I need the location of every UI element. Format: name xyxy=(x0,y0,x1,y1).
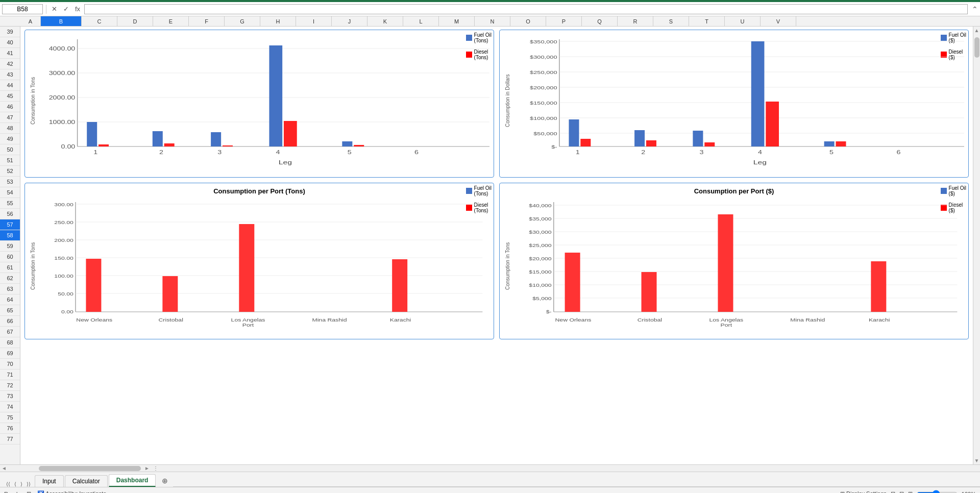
display-settings-icon: ⊞ xyxy=(840,490,845,493)
chart-leg-tons: Fuel Oil(Tons) Diesel(Tons) Consumption … xyxy=(24,30,494,178)
accessibility-btn[interactable]: ♿ Accessibility: Investigate xyxy=(37,490,107,493)
tab-nav-left-left[interactable]: ⟨⟨ xyxy=(4,481,12,487)
tab-nav-right[interactable]: ⟩ xyxy=(18,481,24,487)
svg-text:0.00: 0.00 xyxy=(61,309,74,314)
svg-text:2: 2 xyxy=(641,150,645,155)
function-icon[interactable]: fx xyxy=(73,5,82,13)
col-header-B[interactable]: B xyxy=(41,16,82,26)
col-header-H[interactable]: H xyxy=(260,16,296,26)
confirm-icon[interactable]: ✓ xyxy=(61,5,71,13)
zoom-slider[interactable] xyxy=(917,490,958,494)
tab-nav-right-right[interactable]: ⟩⟩ xyxy=(24,481,33,487)
col-header-D[interactable]: D xyxy=(117,16,153,26)
svg-text:$350,000: $350,000 xyxy=(530,39,557,44)
svg-text:Mina Rashid: Mina Rashid xyxy=(312,317,347,323)
scroll-thumb-v[interactable] xyxy=(974,37,979,58)
svg-text:1: 1 xyxy=(93,150,97,155)
sheet-tab-dashboard[interactable]: Dashboard xyxy=(109,474,156,487)
chart3-y-label: Consumption in Tons xyxy=(29,197,36,335)
col-header-G[interactable]: G xyxy=(225,16,260,26)
display-settings-btn[interactable]: ⊞ Display Settings xyxy=(840,490,887,493)
svg-text:150.00: 150.00 xyxy=(54,256,74,261)
row-numbers: 39 40 41 42 43 44 45 46 47 48 49 50 51 5… xyxy=(0,27,20,464)
svg-rect-50 xyxy=(704,142,715,146)
scroll-thumb-h[interactable] xyxy=(39,466,141,471)
view-page-break-icon[interactable]: ⊡ xyxy=(899,490,904,493)
svg-rect-109 xyxy=(871,261,886,312)
scroll-left-arrow[interactable]: ◄ xyxy=(0,465,8,471)
view-normal-icon[interactable]: ⊟ xyxy=(891,490,895,493)
col-header-Q[interactable]: Q xyxy=(582,16,618,26)
svg-text:1: 1 xyxy=(576,150,580,155)
svg-rect-53 xyxy=(824,141,835,146)
svg-text:Los Angelas: Los Angelas xyxy=(231,317,265,323)
svg-rect-16 xyxy=(223,145,233,146)
svg-rect-51 xyxy=(751,41,765,146)
svg-text:4: 4 xyxy=(276,150,280,155)
formula-input[interactable] xyxy=(84,4,968,14)
svg-rect-11 xyxy=(87,122,97,146)
col-header-F[interactable]: F xyxy=(189,16,225,26)
svg-text:$250,000: $250,000 xyxy=(530,70,557,75)
svg-text:6: 6 xyxy=(896,150,900,155)
tab-nav-left[interactable]: ⟨ xyxy=(12,481,18,487)
chart-port-tons: Consumption per Port (Tons) Fuel Oil(Ton… xyxy=(24,183,494,339)
col-header-scrollpad xyxy=(796,16,803,26)
col-header-E[interactable]: E xyxy=(153,16,189,26)
vertical-scrollbar[interactable]: ▲ ▼ xyxy=(973,27,980,464)
svg-text:5: 5 xyxy=(348,150,352,155)
svg-text:Leg: Leg xyxy=(753,159,767,165)
svg-text:$20,000: $20,000 xyxy=(529,256,551,261)
svg-text:100.00: 100.00 xyxy=(54,274,74,279)
chart1-y-label: Consumption in Tons xyxy=(29,34,36,167)
svg-text:$25,000: $25,000 xyxy=(529,243,551,248)
status-ready: Ready xyxy=(4,491,20,494)
legend-label-fuel4: Fuel Oil($) xyxy=(949,185,966,196)
sheet-tab-input[interactable]: Input xyxy=(35,475,64,487)
svg-text:$40,000: $40,000 xyxy=(529,203,551,208)
col-header-A[interactable]: A xyxy=(20,16,41,26)
status-bar-right: ⊞ Display Settings ⊟ ⊡ ⊞ 100% xyxy=(840,490,976,494)
svg-rect-14 xyxy=(164,143,175,146)
expand-formula-icon[interactable]: ⌃ xyxy=(972,5,978,13)
col-header-P[interactable]: P xyxy=(546,16,582,26)
scroll-right-arrow[interactable]: ► xyxy=(143,465,151,471)
col-header-S[interactable]: S xyxy=(653,16,689,26)
add-sheet-button[interactable]: ⊕ xyxy=(157,475,173,487)
col-header-U[interactable]: U xyxy=(725,16,761,26)
svg-text:Mina Rashid: Mina Rashid xyxy=(790,317,825,323)
col-header-L[interactable]: L xyxy=(403,16,439,26)
col-header-J[interactable]: J xyxy=(332,16,368,26)
svg-text:$15,000: $15,000 xyxy=(529,269,551,275)
svg-text:$35,000: $35,000 xyxy=(529,216,551,221)
col-header-N[interactable]: N xyxy=(475,16,510,26)
col-header-C[interactable]: C xyxy=(82,16,117,26)
scroll-down-arrow[interactable]: ▼ xyxy=(974,458,979,463)
col-header-M[interactable]: M xyxy=(439,16,475,26)
sheet-tab-calculator[interactable]: Calculator xyxy=(65,475,108,487)
svg-text:Cristobal: Cristobal xyxy=(159,317,183,323)
svg-rect-20 xyxy=(354,145,364,146)
separator xyxy=(46,5,46,14)
cell-reference-box[interactable]: B58 xyxy=(2,4,43,14)
col-header-K[interactable]: K xyxy=(368,16,403,26)
col-header-R[interactable]: R xyxy=(618,16,653,26)
col-header-T[interactable]: T xyxy=(689,16,725,26)
scroll-up-arrow[interactable]: ▲ xyxy=(974,28,979,33)
svg-rect-52 xyxy=(766,102,779,146)
col-header-I[interactable]: I xyxy=(296,16,332,26)
svg-text:New Orleans: New Orleans xyxy=(555,317,592,323)
view-page-layout-icon[interactable]: ⊞ xyxy=(908,490,913,493)
svg-text:$5,000: $5,000 xyxy=(532,296,552,301)
col-header-V[interactable]: V xyxy=(761,16,796,26)
cancel-icon[interactable]: ✕ xyxy=(50,5,59,13)
svg-text:300.00: 300.00 xyxy=(54,202,74,207)
horizontal-scrollbar[interactable]: ◄ ► ⋮ xyxy=(0,464,980,472)
col-header-O[interactable]: O xyxy=(510,16,546,26)
svg-text:$300,000: $300,000 xyxy=(530,55,557,60)
cell-mode-icon: ⊞ xyxy=(27,490,31,493)
chart1-svg: 0.00 1000.00 2000.00 3000.00 4000.00 xyxy=(37,34,489,167)
svg-text:5: 5 xyxy=(829,150,834,155)
svg-rect-107 xyxy=(642,272,657,312)
legend-fuel-port-dollars: Fuel Oil($) xyxy=(941,185,966,196)
